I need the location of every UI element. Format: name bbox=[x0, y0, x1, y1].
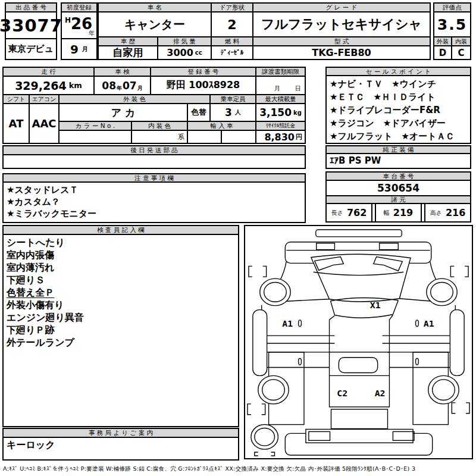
transfer-docs-header: 譲渡書類期限 bbox=[256, 68, 305, 77]
transfer-month-unit: 月 bbox=[274, 84, 280, 93]
inspector-header: 検 査 員 記 入 欄 bbox=[4, 226, 238, 235]
transfer-day-unit: 日 bbox=[295, 84, 301, 93]
model-code-header: 型 式 bbox=[253, 37, 430, 46]
lot-header: 出 品 番 号 bbox=[6, 4, 56, 12]
score-header: 評価点 bbox=[434, 4, 470, 12]
inspection-year-unit: 年 bbox=[117, 84, 122, 94]
dimension-length: 長さ 762 bbox=[327, 204, 372, 221]
first-reg-month: 9 bbox=[70, 42, 79, 57]
later-parts-header: 後 日 発 送 部 品 bbox=[4, 146, 305, 155]
sales-points-header: セ ー ル ス ポ イ ン ト bbox=[327, 68, 470, 76]
chassis-value: 530654 bbox=[327, 181, 470, 196]
mileage-header: 走 行 bbox=[4, 68, 95, 77]
import-cell-1 bbox=[188, 131, 222, 143]
displacement-unit: cc bbox=[195, 49, 202, 56]
notes-box: 注 意 事 項 欄 ★スタッドレスＴ ★カスタム？ ★ミラバックモニター bbox=[2, 173, 306, 223]
door-handle-left bbox=[299, 320, 302, 327]
inspection-month-unit: 月 bbox=[137, 84, 143, 94]
side-rail-right bbox=[450, 310, 464, 376]
sales-point-item: ★ドライブレコーダーF&R bbox=[330, 104, 467, 117]
int-color-suffix: 系 bbox=[178, 133, 184, 142]
max-load-value: 3,150 bbox=[259, 107, 292, 118]
sales-point-item: ★ナビ・ＴＶ ★ウインチ bbox=[330, 77, 467, 90]
note-item: ★カスタム？ bbox=[7, 196, 302, 208]
color-no-header: カ ラ ー N o . bbox=[60, 122, 132, 131]
vehicle-top-grid: 車 名 ドア形状 グ レ ー ド キャンター 2 フルフラットセキサイシャ 車 … bbox=[98, 2, 431, 60]
score-value: 3.5 bbox=[434, 12, 470, 37]
car-name-header: 車 名 bbox=[99, 4, 212, 12]
chassis-header: 車 台 番 号 bbox=[327, 173, 470, 181]
width-label: 幅 bbox=[384, 209, 390, 217]
note-item: ★ミラバックモニター bbox=[7, 208, 302, 220]
shift-header: シフト bbox=[4, 95, 30, 104]
office-notice-header: 事 務 局 よ り ご 案 内 bbox=[4, 429, 238, 438]
inspector-item: 下廻りＳ bbox=[7, 274, 235, 286]
door-handle-right bbox=[415, 320, 418, 327]
mark-right-door: A1 bbox=[424, 318, 434, 328]
grade-header: グ レ ー ド bbox=[253, 4, 430, 12]
mark-windshield: X1 bbox=[370, 300, 381, 310]
aircon-value: AAC bbox=[30, 104, 60, 143]
score-box: 評価点 3.5 外装 内装 D C bbox=[433, 2, 471, 60]
max-load-header: 最大積載量 bbox=[256, 95, 305, 104]
bed-rear-gate bbox=[331, 409, 387, 429]
first-reg-era: H bbox=[65, 16, 71, 24]
inspector-notes-box: 検 査 員 記 入 欄 シートへたり 室内内張傷 室内薄汚れ 下廻りＳ 色替え全… bbox=[2, 225, 239, 427]
sales-points-box: セ ー ル ス ポ イ ン ト ★ナビ・ＴＶ ★ウインチ ★ＥＴＣ ★ＨＩＤライ… bbox=[325, 67, 471, 144]
int-color-header: 内 装 色 bbox=[132, 122, 188, 131]
first-reg-box: 初度登録 H 26 年 9 月 bbox=[61, 2, 98, 60]
damage-diagram-box: X1 A1 A1 C2 A2 bbox=[244, 225, 473, 459]
truck-top-view-diagram: X1 A1 A1 C2 A2 bbox=[245, 226, 472, 458]
venue: 東京デビュ bbox=[6, 39, 56, 59]
oem-equipment-box: 純 正 装 備 ｴｱB PS PW bbox=[325, 145, 471, 169]
reg-number-value: 野田 100ｽ8928 bbox=[151, 77, 256, 95]
history-header: 車 歴 bbox=[99, 37, 158, 46]
shift-value: AT bbox=[4, 104, 30, 143]
sales-point-item: ★ラジコン ★ドアバイザー bbox=[330, 117, 467, 130]
auction-sheet: 出 品 番 号 33077 東京デビュ 初度登録 H 26 年 9 月 車 名 … bbox=[0, 0, 476, 476]
fuel-value: ﾃﾞｨｰｾﾞﾙ bbox=[212, 46, 253, 59]
later-parts-box: 後 日 発 送 部 品 bbox=[2, 145, 306, 169]
capacity-header: 乗車定員 bbox=[211, 95, 256, 104]
mark-bed-left: C2 bbox=[337, 388, 347, 398]
inspector-item: 外装小傷有り bbox=[7, 299, 235, 311]
inspector-item: 室内内張傷 bbox=[7, 249, 235, 261]
max-load-unit: kg bbox=[293, 109, 302, 116]
lot-box: 出 品 番 号 33077 東京デビュ bbox=[5, 2, 57, 60]
exterior-grade: D bbox=[434, 46, 452, 59]
grade-value: フルフラットセキサイシャ bbox=[253, 12, 430, 37]
mileage-unit: km bbox=[69, 81, 82, 90]
recycle-unit: 円 bbox=[296, 133, 302, 142]
front-bumper bbox=[316, 230, 402, 237]
mark-bed-right: A2 bbox=[375, 388, 386, 398]
inspector-item-underlined: 色替え全Ｐ bbox=[7, 286, 235, 299]
capacity-value: 3 bbox=[225, 107, 232, 118]
inspection-month: 07 bbox=[123, 80, 137, 92]
oem-equipment-header: 純 正 装 備 bbox=[327, 146, 470, 154]
door-value: 2 bbox=[212, 12, 253, 37]
side-rail-left bbox=[253, 310, 267, 376]
reg-number-header: 登 録 番 号 bbox=[151, 68, 256, 77]
damage-code-legend: A:ｷｽﾞ U:ﾍｺﾐ B:ｷｽﾞを伴うﾍｺﾐ P:要塗装 W:補修跡 S:錆 … bbox=[3, 465, 474, 473]
mileage-value: 329,264 bbox=[15, 79, 67, 92]
notes-header: 注 意 事 項 欄 bbox=[4, 174, 305, 183]
fuel-header: 燃 料 bbox=[212, 37, 253, 46]
sales-point-item: ★ＥＴＣ ★ＨＩＤライト bbox=[330, 90, 467, 104]
height-value: 216 bbox=[446, 207, 465, 218]
import-header: 輸 入 車 bbox=[188, 122, 256, 131]
length-value: 762 bbox=[347, 207, 367, 218]
inspector-item: エンジン廻り異音 bbox=[7, 311, 235, 324]
mark-left-door: A1 bbox=[282, 318, 293, 328]
import-cell-2 bbox=[222, 131, 256, 143]
office-notice-box: 事 務 局 よ り ご 案 内 キーロック bbox=[2, 428, 239, 461]
interior-grade: C bbox=[452, 46, 470, 59]
dimension-width: 幅 219 bbox=[375, 204, 422, 221]
roof-marker-right bbox=[380, 243, 399, 250]
roof-marker-left bbox=[317, 243, 335, 250]
capacity-unit: 人 bbox=[235, 108, 241, 117]
first-reg-month-unit: 月 bbox=[82, 45, 88, 54]
inspector-item: 室内薄汚れ bbox=[7, 261, 235, 274]
car-name-value: キャンター bbox=[99, 12, 212, 37]
history-value: 自家用 bbox=[99, 46, 158, 59]
color-no-value bbox=[60, 131, 132, 143]
